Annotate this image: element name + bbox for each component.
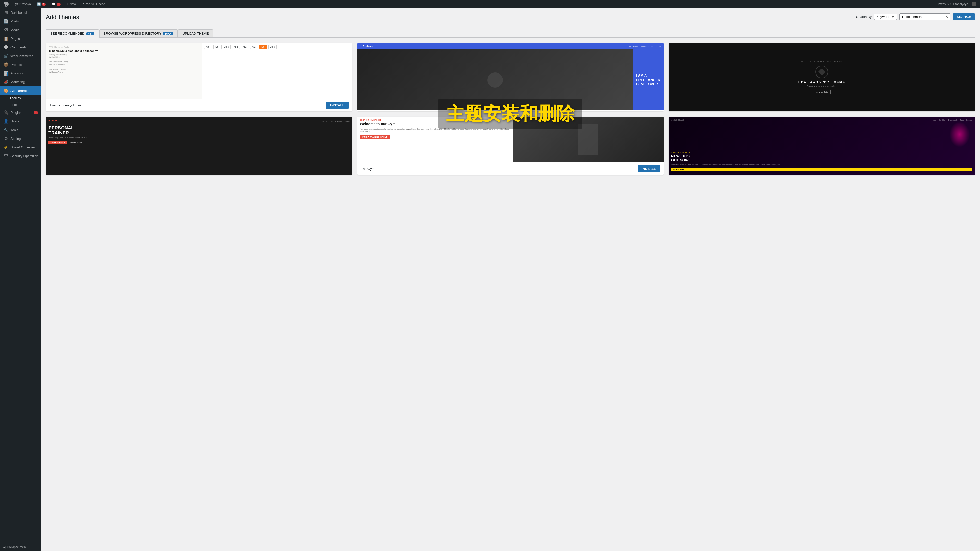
appearance-icon: 🎨 — [4, 88, 8, 93]
tab-browse[interactable]: BROWSE WORDPRESS DIRECTORY 55K+ — [99, 29, 178, 38]
wp-logo-link[interactable] — [2, 0, 10, 8]
sidebar-item-plugins[interactable]: 🔌 Plugins 4 — [0, 108, 41, 117]
user-avatar-link[interactable] — [970, 0, 978, 8]
tab-recommended-label: SEE RECOMMENDED — [50, 32, 84, 35]
collapse-arrow-icon: ◀ — [3, 545, 5, 549]
photography-view-btn[interactable]: View portfolio — [813, 89, 831, 94]
sidebar-item-analytics[interactable]: 📊 Analytics — [0, 69, 41, 78]
sidebar-item-pages[interactable]: 📋 Pages — [0, 34, 41, 43]
sidebar-label-users: Users — [11, 119, 19, 123]
editor-label: Editor — [10, 103, 18, 106]
sidebar-item-dashboard[interactable]: ⊞ Dashboard — [0, 8, 41, 17]
rockband-screenshot: ♫ MUSIC BAND View Our Story Discography … — [669, 117, 975, 175]
trainer-buttons: FIND A TRAINER LEARN MORE — [48, 141, 350, 144]
tt3-footer: Twenty Twenty-Three INSTALL — [46, 99, 352, 111]
photography-subtitle: Award winning photographer — [807, 85, 837, 87]
aa-btn-8: Aa ↕ — [269, 45, 277, 49]
sidebar-label-products: Products — [11, 63, 24, 67]
new-content-link[interactable]: + New — [65, 0, 77, 8]
gym-screenshot: SECTION OVERLINE Welcome to our Gym Kale… — [357, 117, 663, 162]
sidebar-label-media: Media — [11, 28, 19, 32]
trainer-title: PERSONALTRAINER — [48, 125, 350, 136]
trainer-screenshot: ● Trainer Blog My Services About Contact… — [46, 117, 352, 175]
sidebar-label-settings: Settings — [11, 137, 22, 141]
sidebar-item-comments[interactable]: 💬 Comments — [0, 43, 41, 52]
trainer-nav-about: About — [337, 121, 342, 122]
trainer-sub: A beautifully made starter site for fitn… — [48, 137, 350, 138]
search-by-select[interactable]: Keyword Author Tag — [874, 14, 897, 20]
purge-cache-button[interactable]: Purge SG Cache — [80, 0, 107, 8]
sidebar-label-posts: Posts — [11, 19, 19, 23]
search-by-label: Search By — [856, 15, 872, 19]
aa-btn-4: Aa ↕ — [232, 45, 240, 49]
rockband-title: NEW EP ISOUT NOW! — [671, 154, 972, 162]
search-input[interactable] — [899, 13, 950, 20]
site-name-link[interactable]: 独立.Myoyo — [13, 0, 32, 8]
sidebar-item-editor[interactable]: Editor — [0, 102, 41, 108]
tt3-name: Twenty Twenty-Three — [49, 103, 81, 107]
speed-icon: ⚡ — [4, 145, 8, 149]
collapse-menu-button[interactable]: ◀ Collapse menu — [0, 543, 41, 551]
search-clear-button[interactable]: ✕ — [945, 15, 948, 19]
tt3-screenshot-right: Aa ↕ Aa ↕ Aa ↕ Aa ↕ Aa ↕ Aa ↕ Aa ↕ Aa ↕ — [202, 43, 352, 99]
updates-icon: 🔄 — [37, 2, 41, 6]
settings-icon: ⚙ — [4, 136, 8, 141]
aa-btn-2: Aa ↕ — [213, 45, 221, 49]
rockband-label: NEW ALBUM 2024 — [671, 151, 972, 153]
nav-item-portfolio: Portfolio — [640, 45, 647, 47]
freelance-body: I AM AFREELANCERDEVELOPER — [357, 49, 663, 110]
page-title: Add Themes — [46, 14, 79, 21]
updates-count: 6 — [42, 3, 46, 6]
trainer-header: ● Trainer Blog My Services About Contact — [48, 119, 350, 124]
tab-upload-label: UPLOAD THEME — [183, 32, 208, 35]
sidebar-item-speed-optimizer[interactable]: ⚡ Speed Optimizer — [0, 143, 41, 151]
sidebar-item-woocommerce[interactable]: 🛒 WooCommerce — [0, 52, 41, 60]
sidebar-label-comments: Comments — [11, 45, 27, 49]
freelance-left-image — [357, 49, 633, 110]
rockband-glow-decor — [950, 122, 970, 147]
themes-container: 主题安装和删除 TT3 Home Al Posts Mindblown: a b… — [46, 43, 975, 175]
tab-recommended[interactable]: SEE RECOMMENDED 45+ — [46, 29, 99, 38]
aa-btn-3: Aa ↕ — [223, 45, 231, 49]
sidebar-item-media[interactable]: 🖼 Media — [0, 25, 41, 34]
posts-icon: 📄 — [4, 19, 8, 24]
trainer-nav-blog: Blog — [321, 121, 325, 122]
sidebar-item-settings[interactable]: ⚙ Settings — [0, 134, 41, 143]
tt3-install-button[interactable]: INSTALL — [326, 102, 348, 109]
tab-upload[interactable]: UPLOAD THEME — [178, 29, 213, 38]
sidebar-item-users[interactable]: 👤 Users — [0, 117, 41, 125]
sidebar-item-appearance[interactable]: 🎨 Appearance — [0, 86, 41, 95]
sidebar-item-security-optimizer[interactable]: 🛡 Security Optimizer — [0, 151, 41, 160]
search-button[interactable]: SEARCH — [953, 13, 975, 20]
nav-item-about: About — [633, 45, 638, 47]
gym-install-button[interactable]: INSTALL — [638, 165, 660, 172]
nav-item-shop: Shop — [649, 45, 653, 47]
theme-card-trainer: ● Trainer Blog My Services About Contact… — [46, 117, 352, 175]
aa-btn-6: Aa ↕ — [250, 45, 258, 49]
sidebar-item-posts[interactable]: 📄 Posts — [0, 17, 41, 25]
rockband-nav: ♫ MUSIC BAND View Our Story Discography … — [671, 119, 972, 121]
freelance-header: ✦ Freelance Blog About Portfolio Shop Co… — [357, 43, 663, 49]
trainer-learn-btn: LEARN MORE — [68, 141, 84, 144]
theme-tabs: SEE RECOMMENDED 45+ BROWSE WORDPRESS DIR… — [46, 29, 975, 38]
freelance-tagline: I AM AFREELANCERDEVELOPER — [636, 73, 660, 86]
gym-image-placeholder — [578, 124, 598, 155]
rockband-content: NEW ALBUM 2024 NEW EP ISOUT NOW! Kale ch… — [671, 124, 972, 172]
rockband-learn-btn[interactable]: LEARN MORE — [671, 168, 972, 171]
rockband-nav-contact: Contact — [966, 119, 972, 121]
comments-count: 0 — [57, 3, 61, 6]
freelance-screenshot: ✦ Freelance Blog About Portfolio Shop Co… — [357, 43, 663, 111]
sidebar-item-tools[interactable]: 🔧 Tools — [0, 125, 41, 134]
sidebar-item-products[interactable]: 📦 Products — [0, 60, 41, 69]
sidebar-item-themes[interactable]: Themes — [0, 95, 41, 102]
gym-title: Welcome to our Gym — [360, 122, 511, 126]
sidebar-item-marketing[interactable]: 📣 Marketing — [0, 78, 41, 86]
comments-link[interactable]: 💬 0 — [50, 0, 62, 8]
gym-cta-button[interactable]: FIND A TRAINING GROUP — [360, 135, 390, 139]
updates-link[interactable]: 🔄 6 — [35, 0, 48, 8]
gym-left-content: SECTION OVERLINE Welcome to our Gym Kale… — [357, 117, 513, 162]
new-label: New — [70, 2, 76, 6]
gym-footer: The Gym INSTALL — [357, 162, 663, 175]
media-icon: 🖼 — [4, 27, 8, 32]
aa-btn-1: Aa ↕ — [204, 45, 212, 49]
